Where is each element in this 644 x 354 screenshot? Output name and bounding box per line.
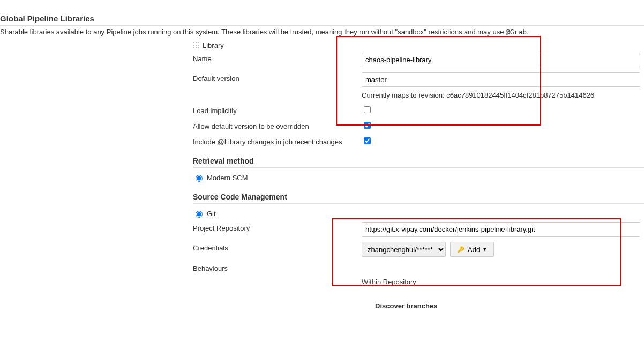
- git-label: Git: [207, 210, 216, 218]
- load-implicitly-label: Load implicitly: [193, 105, 362, 115]
- modern-scm-label: Modern SCM: [207, 174, 248, 182]
- section-description: Sharable libraries available to any Pipe…: [0, 28, 644, 36]
- key-icon: 🔑: [457, 246, 465, 253]
- discover-branches-text: Discover branches: [375, 302, 644, 310]
- name-input[interactable]: [362, 53, 640, 67]
- add-credentials-button[interactable]: 🔑 Add ▼: [450, 242, 494, 257]
- within-repository-text: Within Repository: [362, 278, 644, 286]
- include-changes-label: Include @Library changes in job recent c…: [193, 136, 362, 146]
- modern-scm-radio[interactable]: [196, 175, 203, 182]
- load-implicitly-checkbox[interactable]: [364, 106, 371, 113]
- behaviours-label: Behaviours: [193, 262, 362, 272]
- allow-override-label: Allow default version to be overridden: [193, 120, 362, 130]
- project-repository-input[interactable]: [362, 222, 640, 237]
- library-header: Library: [193, 41, 644, 49]
- git-radio[interactable]: [196, 211, 203, 218]
- section-title: Global Pipeline Libraries: [0, 14, 644, 26]
- default-version-input[interactable]: [362, 72, 640, 87]
- scm-title: Source Code Management: [193, 193, 644, 204]
- project-repository-label: Project Repository: [193, 222, 362, 232]
- revision-maps-text: Currently maps to revision: c6ac78910182…: [362, 91, 644, 99]
- credentials-label: Credentials: [193, 242, 362, 252]
- caret-down-icon: ▼: [482, 247, 487, 252]
- allow-override-checkbox[interactable]: [364, 122, 371, 129]
- retrieval-method-title: Retrieval method: [193, 157, 644, 168]
- name-label: Name: [193, 53, 362, 63]
- drag-handle-icon[interactable]: [193, 42, 199, 49]
- default-version-label: Default version: [193, 72, 362, 83]
- include-changes-checkbox[interactable]: [364, 137, 371, 144]
- credentials-select[interactable]: zhangchenghui/******: [362, 242, 446, 257]
